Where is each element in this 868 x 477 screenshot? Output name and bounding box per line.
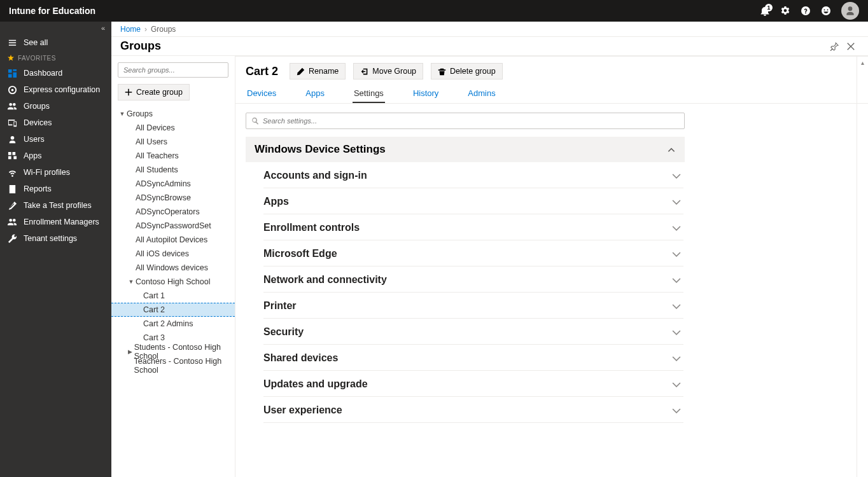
accordion-item[interactable]: Network and connectivity [263, 266, 683, 293]
sidebar-item-reports[interactable]: Reports [0, 181, 111, 197]
tree-item-teachers[interactable]: Teachers - Contoso High School [118, 359, 228, 373]
favorites-header: FAVORITES [0, 51, 111, 65]
target-icon [8, 85, 17, 95]
move-icon [360, 67, 368, 76]
tree-item[interactable]: Cart 2 Admins [118, 317, 228, 331]
chevron-down-icon [672, 197, 681, 206]
right-scrollbar[interactable]: ▴ [857, 57, 868, 477]
settings-button[interactable] [775, 1, 795, 21]
breadcrumb: Home › Groups [111, 22, 868, 37]
sidebar-item-take-test[interactable]: Take a Test profiles [0, 197, 111, 214]
chevron-down-icon [672, 354, 681, 363]
page-title: Groups [120, 39, 161, 53]
page-header: Groups [111, 37, 868, 56]
tab-admins[interactable]: Admins [466, 85, 496, 103]
chevron-down-icon [672, 380, 681, 389]
list-icon [8, 38, 17, 48]
help-button[interactable] [795, 1, 816, 21]
pin-button[interactable] [826, 38, 843, 55]
sidebar-item-dashboard[interactable]: Dashboard [0, 65, 111, 81]
settings-search-input[interactable] [263, 117, 679, 125]
tab-apps[interactable]: Apps [304, 85, 326, 103]
accordion-item[interactable]: Microsoft Edge [263, 240, 683, 266]
feedback-button[interactable] [816, 1, 836, 21]
see-all-label: See all [24, 38, 48, 47]
chevron-down-icon [672, 301, 681, 310]
tree-item[interactable]: All Devices [118, 121, 228, 135]
wrench-icon [8, 234, 17, 244]
close-button[interactable] [843, 38, 859, 55]
sidebar-item-apps[interactable]: Apps [0, 148, 111, 164]
tree-item[interactable]: ADSyncBrowse [118, 191, 228, 205]
gear-icon [780, 6, 790, 16]
sidebar-item-users[interactable]: Users [0, 131, 111, 148]
accordion-item[interactable]: Security [263, 319, 683, 345]
tab-settings[interactable]: Settings [353, 85, 385, 103]
sidebar-item-groups[interactable]: Groups [0, 98, 111, 114]
sidebar-item-wifi[interactable]: Wi-Fi profiles [0, 164, 111, 181]
profile-avatar[interactable] [841, 2, 859, 20]
accordion-item[interactable]: Apps [263, 188, 683, 214]
sidebar-collapse[interactable]: « [0, 22, 111, 34]
move-group-button[interactable]: Move Group [353, 63, 423, 80]
tree-item[interactable]: Cart 1 [118, 289, 228, 303]
detail-header: Cart 2 Rename Move Group Delete group [235, 57, 868, 82]
sidebar-item-tenant-settings[interactable]: Tenant settings [0, 230, 111, 247]
trash-icon [438, 67, 446, 76]
chevron-down-icon [672, 406, 681, 415]
managers-icon [8, 218, 17, 227]
detail-blade: Cart 2 Rename Move Group Delete group De… [235, 56, 868, 477]
detail-tabs: DevicesAppsSettingsHistoryAdmins [235, 82, 868, 104]
report-icon [8, 184, 17, 194]
user-icon [8, 135, 17, 144]
create-group-button[interactable]: Create group [118, 84, 190, 100]
accordion-item[interactable]: Shared devices [263, 345, 683, 371]
see-all-button[interactable]: See all [0, 34, 111, 51]
tree-item-school[interactable]: ▼Contoso High School [118, 275, 228, 289]
tab-devices[interactable]: Devices [246, 85, 277, 103]
scroll-up-icon[interactable]: ▴ [861, 57, 864, 69]
groups-search-input[interactable] [118, 62, 228, 78]
app-topbar: Intune for Education 1 [0, 0, 868, 22]
sidebar-item-express-config[interactable]: Express configuration [0, 81, 111, 98]
pin-icon [830, 42, 839, 51]
tree-item[interactable]: All Teachers [118, 149, 228, 163]
settings-search[interactable] [246, 113, 685, 129]
tree-item[interactable]: All Windows devices [118, 261, 228, 275]
breadcrumb-current: Groups [151, 25, 176, 34]
sidebar-item-enrollment-managers[interactable]: Enrollment Managers [0, 214, 111, 230]
smiley-icon [821, 6, 831, 16]
tree-item[interactable]: ADSyncPasswordSet [118, 219, 228, 233]
rename-button[interactable]: Rename [290, 63, 346, 80]
breadcrumb-sep: › [144, 25, 147, 34]
notifications-badge: 1 [765, 4, 773, 11]
settings-area: Windows Device Settings Accounts and sig… [235, 104, 868, 477]
tree-item[interactable]: ADSyncAdmins [118, 177, 228, 191]
chevron-down-icon [672, 223, 681, 232]
tree-item[interactable]: All Autopilot Devices [118, 233, 228, 247]
accordion-item[interactable]: Printer [263, 293, 683, 319]
search-icon [251, 117, 259, 125]
devices-icon [8, 118, 17, 128]
sidebar-item-devices[interactable]: Devices [0, 114, 111, 131]
tree-item[interactable]: All Students [118, 163, 228, 177]
accordion-item[interactable]: Enrollment controls [263, 214, 683, 240]
section-windows-device-settings[interactable]: Windows Device Settings [246, 137, 685, 162]
nav-sidebar: « See all FAVORITES Dashboard Express co… [0, 22, 111, 477]
tab-history[interactable]: History [412, 85, 440, 103]
tree-item[interactable]: All Users [118, 135, 228, 149]
tree-root-groups[interactable]: ▼Groups [118, 107, 228, 121]
delete-group-button[interactable]: Delete group [431, 63, 503, 80]
breadcrumb-home[interactable]: Home [120, 25, 141, 34]
tree-item[interactable]: All iOS devices [118, 247, 228, 261]
accordion-item[interactable]: Accounts and sign-in [263, 162, 683, 188]
detail-title: Cart 2 [246, 65, 278, 78]
apps-icon [8, 151, 17, 161]
chevron-down-icon [672, 249, 681, 258]
dashboard-icon [8, 69, 17, 78]
tree-item[interactable]: ADSyncOperators [118, 205, 228, 219]
tree-item[interactable]: Cart 2 [111, 303, 235, 317]
notifications-button[interactable]: 1 [755, 1, 775, 21]
accordion-item[interactable]: User experience [263, 397, 683, 423]
accordion-item[interactable]: Updates and upgrade [263, 371, 683, 397]
